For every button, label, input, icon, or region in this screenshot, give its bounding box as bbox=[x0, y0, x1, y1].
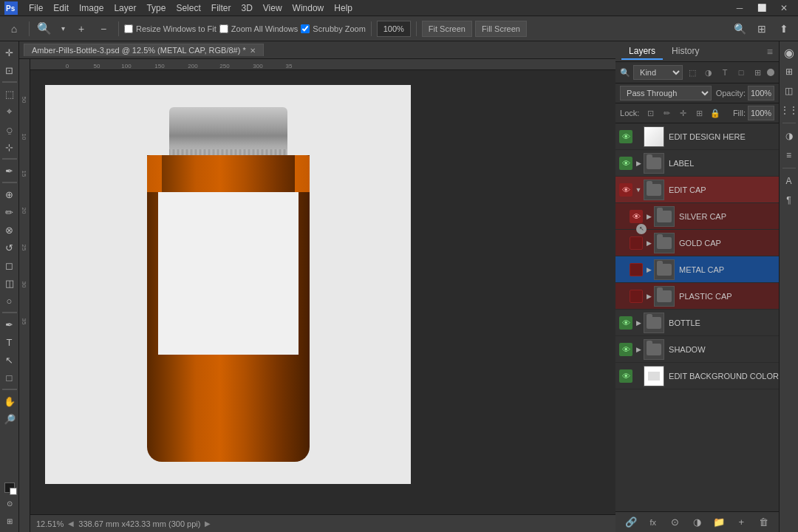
layers-list[interactable]: 👁 EDIT DESIGN HERE 👁 ▶ bbox=[615, 123, 779, 511]
tab-history[interactable]: History bbox=[664, 44, 706, 60]
brush-tool[interactable]: ✏ bbox=[1, 204, 18, 220]
document-tab[interactable]: Amber-Pills-Bottle-3.psd @ 12.5% (METAL … bbox=[24, 44, 264, 56]
fx-btn[interactable]: fx bbox=[646, 515, 661, 530]
eye-icon-hidden[interactable] bbox=[630, 263, 643, 276]
eye-icon-red[interactable]: 👁 bbox=[619, 183, 632, 197]
color-wheel-icon[interactable]: ◉ bbox=[781, 44, 797, 61]
zoom-all-checkbox[interactable] bbox=[219, 24, 228, 33]
lock-artboard-btn[interactable]: ⊞ bbox=[692, 106, 706, 120]
layers-panel-menu[interactable]: ≡ bbox=[767, 46, 773, 58]
gradient-icon[interactable]: ◫ bbox=[781, 83, 797, 99]
layer-row[interactable]: 👁 EDIT BACKGROUND COLOR bbox=[615, 363, 779, 389]
filter-pixel-btn[interactable]: ⬚ bbox=[686, 66, 699, 79]
layer-row[interactable]: 👁 ↖ ▶ SILVER CAP bbox=[615, 203, 779, 230]
resize-windows-checkbox[interactable] bbox=[124, 24, 133, 33]
layers-icon[interactable]: ≡ bbox=[781, 147, 797, 163]
crop-tool[interactable]: ⊹ bbox=[1, 139, 18, 155]
opacity-input[interactable] bbox=[748, 86, 774, 100]
shape-tool[interactable]: □ bbox=[1, 369, 18, 386]
adjustments-icon[interactable]: ◑ bbox=[781, 128, 797, 144]
eye-icon-green[interactable]: 👁 bbox=[619, 157, 632, 170]
eraser-tool[interactable]: ◻ bbox=[1, 257, 18, 273]
home-btn[interactable]: ⌂ bbox=[4, 19, 24, 38]
zoom-toggle-btn[interactable]: ▾ bbox=[57, 19, 69, 38]
lock-transparent-btn[interactable]: ⊡ bbox=[644, 106, 657, 120]
menu-image[interactable]: Image bbox=[74, 1, 109, 15]
layer-expand[interactable]: ▶ bbox=[644, 256, 654, 283]
bg-color[interactable] bbox=[10, 488, 17, 495]
zoom-input[interactable] bbox=[377, 21, 411, 37]
stamp-tool[interactable]: ⊗ bbox=[1, 222, 18, 238]
fg-color[interactable] bbox=[4, 482, 15, 493]
link-layers-btn[interactable]: 🔗 bbox=[624, 515, 638, 530]
select-subject-tool[interactable]: ⍜ bbox=[1, 121, 18, 137]
lock-position-btn[interactable]: ✛ bbox=[676, 106, 689, 120]
layer-visibility[interactable]: 👁 bbox=[618, 336, 633, 363]
layer-visibility[interactable]: 👁 ↖ bbox=[629, 203, 644, 230]
filter-kind-select[interactable]: Kind bbox=[633, 65, 683, 80]
layer-row[interactable]: 👁 EDIT DESIGN HERE bbox=[615, 123, 779, 150]
menu-help[interactable]: Help bbox=[329, 1, 358, 15]
layer-expand[interactable]: ▶ bbox=[633, 336, 644, 363]
menu-view[interactable]: View bbox=[258, 1, 287, 15]
share-btn[interactable]: ⬆ bbox=[774, 19, 794, 38]
menu-layer[interactable]: Layer bbox=[109, 1, 141, 15]
marquee-tool[interactable]: ⬚ bbox=[1, 86, 18, 102]
quick-mask-btn[interactable]: ⊙ bbox=[1, 495, 18, 511]
pen-tool[interactable]: ✒ bbox=[1, 316, 18, 332]
lasso-tool[interactable]: ⌖ bbox=[1, 103, 18, 120]
filter-shape-btn[interactable]: □ bbox=[734, 66, 748, 79]
eye-icon-red[interactable]: 👁 bbox=[630, 210, 643, 223]
swatches-icon[interactable]: ⊞ bbox=[781, 64, 797, 80]
eyedropper-tool[interactable]: ✒ bbox=[1, 163, 18, 179]
history-brush-tool[interactable]: ↺ bbox=[1, 239, 18, 256]
path-select-tool[interactable]: ↖ bbox=[1, 352, 18, 368]
paragraph-icon[interactable]: ¶ bbox=[781, 192, 797, 208]
menu-3d[interactable]: 3D bbox=[236, 1, 257, 15]
layer-visibility[interactable]: 👁 bbox=[618, 310, 633, 336]
eye-icon-green[interactable]: 👁 bbox=[619, 130, 632, 143]
layer-expand[interactable]: ▶ bbox=[633, 150, 644, 177]
layer-visibility[interactable]: 👁 bbox=[618, 150, 633, 177]
add-adjustment-btn[interactable]: ◑ bbox=[690, 515, 705, 530]
lock-image-btn[interactable]: ✏ bbox=[660, 106, 673, 120]
gradient-tool[interactable]: ◫ bbox=[1, 275, 18, 291]
layer-row[interactable]: 👁 ▼ EDIT CAP bbox=[615, 177, 779, 203]
layer-visibility[interactable] bbox=[629, 283, 644, 310]
eye-icon-hidden[interactable] bbox=[630, 290, 643, 303]
layer-visibility[interactable]: 👁 bbox=[618, 123, 633, 150]
layer-row[interactable]: ▶ METAL CAP bbox=[615, 256, 779, 283]
menu-file[interactable]: File bbox=[24, 1, 48, 15]
tab-close-btn[interactable]: ✕ bbox=[250, 47, 256, 55]
layer-row[interactable]: 👁 ▶ SHADOW bbox=[615, 336, 779, 363]
search-btn[interactable]: 🔍 bbox=[730, 19, 749, 38]
filter-type-btn[interactable]: T bbox=[718, 66, 732, 79]
fill-input[interactable] bbox=[748, 106, 774, 120]
zoom-out-icon-btn[interactable]: − bbox=[94, 19, 113, 38]
scrubby-zoom-checkbox[interactable] bbox=[301, 24, 310, 33]
layer-visibility[interactable] bbox=[629, 256, 644, 283]
zoom-tool[interactable]: 🔎 bbox=[1, 411, 18, 427]
typography-icon[interactable]: A bbox=[781, 173, 797, 189]
filter-adjust-btn[interactable]: ◑ bbox=[702, 66, 715, 79]
canvas-content[interactable] bbox=[30, 70, 615, 514]
dodge-tool[interactable]: ○ bbox=[1, 293, 18, 309]
status-right-arrow[interactable]: ▶ bbox=[205, 519, 211, 528]
move-tool[interactable]: ✛ bbox=[1, 44, 18, 61]
tab-layers[interactable]: Layers bbox=[621, 44, 663, 60]
menu-window[interactable]: Window bbox=[287, 1, 330, 15]
eye-icon-green[interactable]: 👁 bbox=[619, 316, 632, 330]
eye-icon-hidden[interactable] bbox=[630, 236, 643, 250]
menu-select[interactable]: Select bbox=[171, 1, 205, 15]
menu-type[interactable]: Type bbox=[141, 1, 171, 15]
patterns-icon[interactable]: ⋮⋮ bbox=[781, 102, 797, 118]
layer-expand[interactable]: ▶ bbox=[633, 310, 644, 336]
maximize-btn[interactable]: ⬜ bbox=[752, 0, 771, 18]
layer-expand[interactable]: ▶ bbox=[644, 283, 654, 310]
heal-tool[interactable]: ⊕ bbox=[1, 186, 18, 202]
eye-icon-green[interactable]: 👁 bbox=[619, 369, 632, 383]
filter-toggle-dot[interactable] bbox=[767, 69, 774, 76]
hand-tool[interactable]: ✋ bbox=[1, 393, 18, 409]
blend-mode-select[interactable]: Pass Through bbox=[620, 86, 712, 100]
zoom-in-btn[interactable]: 🔍 bbox=[35, 19, 54, 38]
